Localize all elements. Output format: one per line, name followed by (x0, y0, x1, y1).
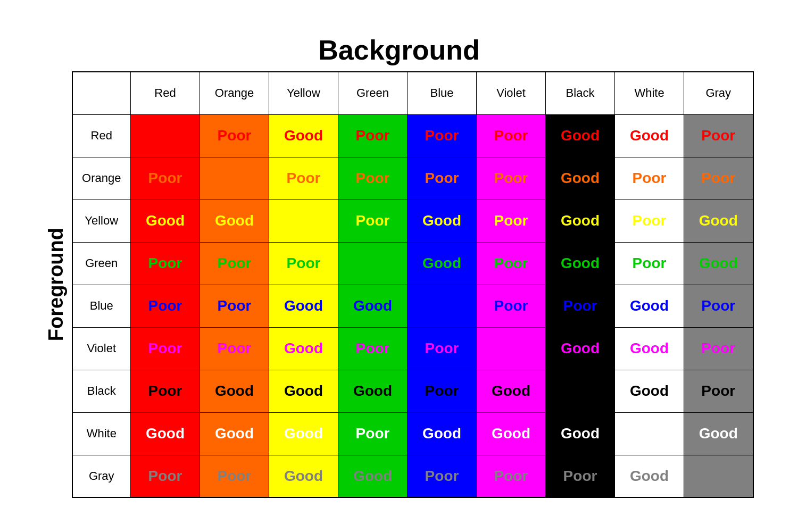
cell-violet-orange: Poor (200, 327, 269, 370)
rating-text: Poor (633, 170, 667, 186)
col-header-yellow: Yellow (269, 72, 338, 114)
cell-gray-blue: Poor (408, 455, 477, 497)
rating-text: Good (353, 383, 392, 399)
rating-text: Good (353, 468, 392, 484)
cell-green-yellow: Poor (269, 242, 338, 285)
cell-orange-black: Good (546, 157, 615, 200)
col-header-black: Black (546, 72, 615, 114)
page-title: Background (318, 34, 479, 66)
cell-orange-red: Poor (131, 157, 200, 200)
cell-red-gray: Poor (684, 114, 753, 157)
cell-blue-white: Good (615, 285, 684, 327)
rating-text: Good (284, 297, 323, 314)
cell-yellow-white: Poor (615, 200, 684, 242)
rating-text: Poor (218, 468, 252, 484)
contrast-table: RedOrangeYellowGreenBlueVioletBlackWhite… (72, 71, 754, 498)
cell-green-white: Poor (615, 242, 684, 285)
rating-text: Poor (633, 212, 667, 229)
rating-text: Poor (218, 127, 252, 144)
rating-text: Good (561, 425, 600, 442)
rating-text: Good (215, 212, 254, 229)
rating-text: Good (284, 383, 323, 399)
cell-white-blue: Good (408, 412, 477, 455)
rating-text: Poor (701, 127, 735, 144)
rating-text: Good (146, 425, 185, 442)
rating-text: Poor (218, 340, 252, 356)
rating-text: Poor (148, 340, 182, 356)
col-header-white: White (615, 72, 684, 114)
rating-text: Good (561, 170, 600, 186)
row-label-green: Green (72, 242, 131, 285)
cell-yellow-red: Good (131, 200, 200, 242)
cell-red-red (131, 114, 200, 157)
cell-green-blue: Good (408, 242, 477, 285)
page-container: Background Foreground RedOrangeYellowGre… (27, 34, 771, 498)
cell-black-blue: Poor (408, 370, 477, 412)
rating-text: Good (561, 127, 600, 144)
foreground-label: Foreground (45, 228, 68, 341)
rating-text: Poor (425, 468, 459, 484)
rating-text: Poor (356, 170, 390, 186)
col-header-red: Red (131, 72, 200, 114)
rating-text: Good (561, 255, 600, 271)
cell-gray-black: Poor (546, 455, 615, 497)
rating-text: Poor (218, 255, 252, 271)
table-wrapper: Foreground RedOrangeYellowGreenBlueViole… (45, 71, 754, 498)
rating-text: Poor (356, 212, 390, 229)
rating-text: Good (630, 383, 669, 399)
rating-text: Good (492, 383, 530, 399)
rating-text: Good (284, 425, 323, 442)
table-row: GreenPoorPoorPoorGoodPoorGoodPoorGood (72, 242, 753, 285)
col-header-blue: Blue (408, 72, 477, 114)
cell-blue-blue (408, 285, 477, 327)
rating-text: Good (699, 212, 738, 229)
rating-text: Good (284, 340, 323, 356)
cell-orange-white: Poor (615, 157, 684, 200)
cell-red-orange: Poor (200, 114, 269, 157)
rating-text: Good (284, 127, 323, 144)
cell-yellow-blue: Good (408, 200, 477, 242)
cell-blue-green: Good (338, 285, 408, 327)
rating-text: Good (422, 255, 461, 271)
rating-text: Good (561, 340, 600, 356)
rating-text: Good (630, 297, 669, 314)
table-row: BluePoorPoorGoodGoodPoorPoorGoodPoor (72, 285, 753, 327)
rating-text: Poor (148, 255, 182, 271)
rating-text: Poor (633, 255, 667, 271)
cell-blue-red: Poor (131, 285, 200, 327)
cell-blue-orange: Poor (200, 285, 269, 327)
cell-white-black: Good (546, 412, 615, 455)
rating-text: Poor (425, 127, 459, 144)
rating-text: Poor (218, 297, 252, 314)
cell-red-blue: Poor (408, 114, 477, 157)
cell-orange-blue: Poor (408, 157, 477, 200)
cell-blue-gray: Poor (684, 285, 753, 327)
table-row: GrayPoorPoorGoodGoodPoorPoorPoorGood (72, 455, 753, 497)
table-row: YellowGoodGoodPoorGoodPoorGoodPoorGood (72, 200, 753, 242)
rating-text: Good (492, 425, 530, 442)
cell-red-yellow: Good (269, 114, 338, 157)
cell-blue-yellow: Good (269, 285, 338, 327)
rating-text: Poor (494, 468, 528, 484)
rating-text: Good (630, 468, 669, 484)
cell-yellow-black: Good (546, 200, 615, 242)
rating-text: Good (353, 297, 392, 314)
cell-white-violet: Good (477, 412, 546, 455)
row-label-orange: Orange (72, 157, 131, 200)
cell-yellow-yellow (269, 200, 338, 242)
row-label-red: Red (72, 114, 131, 157)
col-header-violet: Violet (477, 72, 546, 114)
rating-text: Poor (494, 212, 528, 229)
cell-black-gray: Poor (684, 370, 753, 412)
rating-text: Good (284, 468, 323, 484)
row-label-violet: Violet (72, 327, 131, 370)
rating-text: Poor (425, 383, 459, 399)
cell-green-orange: Poor (200, 242, 269, 285)
rating-text: Poor (425, 170, 459, 186)
rating-text: Good (630, 127, 669, 144)
rating-text: Poor (494, 170, 528, 186)
rating-text: Poor (356, 340, 390, 356)
cell-gray-orange: Poor (200, 455, 269, 497)
cell-yellow-violet: Poor (477, 200, 546, 242)
cell-green-violet: Poor (477, 242, 546, 285)
